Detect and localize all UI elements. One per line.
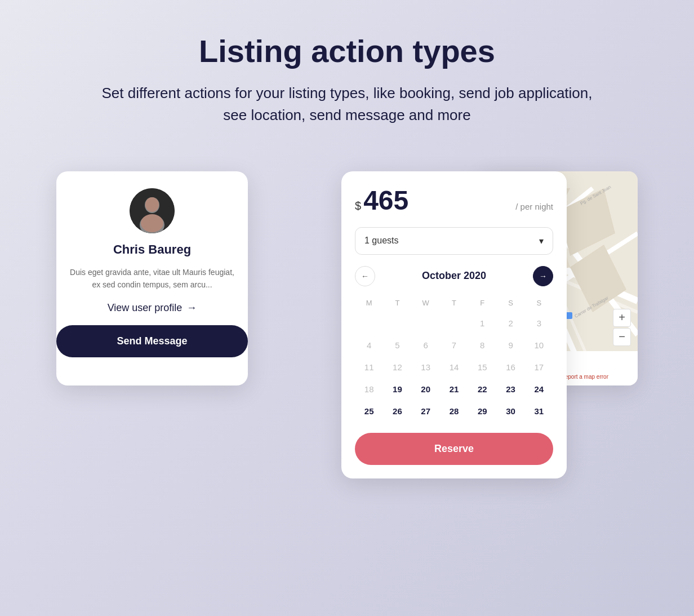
cal-day-30[interactable]: 30 xyxy=(496,402,524,420)
day-header-sun: S xyxy=(525,295,553,311)
cal-day-16[interactable]: 16 xyxy=(496,358,524,376)
cal-day-24[interactable]: 24 xyxy=(525,380,553,398)
cal-day-28[interactable]: 28 xyxy=(440,402,468,420)
prev-month-button[interactable]: ← xyxy=(355,266,375,286)
send-message-button[interactable]: Send Message xyxy=(56,325,248,357)
user-profile-card: Chris Baureg Duis eget gravida ante, vit… xyxy=(56,171,248,385)
view-user-profile-link[interactable]: View user profile → xyxy=(70,302,234,314)
cal-day-empty xyxy=(355,314,383,333)
avatar xyxy=(130,188,175,233)
cal-day-15[interactable]: 15 xyxy=(468,358,496,376)
user-bio: Duis eget gravida ante, vitae ult Mauris… xyxy=(70,266,234,291)
hero-section: Listing action types Set different actio… xyxy=(0,0,694,149)
cal-day-21[interactable]: 21 xyxy=(440,380,468,398)
calendar-week-4: 18 19 20 21 22 23 24 xyxy=(355,380,553,398)
svg-point-3 xyxy=(145,197,159,212)
cal-day-22[interactable]: 22 xyxy=(468,380,496,398)
cal-day-27[interactable]: 27 xyxy=(412,402,440,420)
calendar: ← October 2020 → M T W T F S S xyxy=(355,266,553,420)
cal-day-17[interactable]: 17 xyxy=(525,358,553,376)
day-header-mon: M xyxy=(355,295,383,311)
page-subtitle: Set different actions for your listing t… xyxy=(94,82,600,126)
cal-day-10[interactable]: 10 xyxy=(525,336,553,354)
next-month-button[interactable]: → xyxy=(533,266,553,286)
cal-day-31[interactable]: 31 xyxy=(525,402,553,420)
cal-day-14[interactable]: 14 xyxy=(440,358,468,376)
zoom-out-button[interactable]: − xyxy=(613,328,631,346)
cal-day-3[interactable]: 3 xyxy=(525,314,553,333)
arrow-right-icon: → xyxy=(186,302,197,314)
user-name: Chris Baureg xyxy=(70,242,234,257)
guests-label: 1 guests xyxy=(364,236,398,246)
day-header-sat: S xyxy=(496,295,524,311)
cal-day-empty xyxy=(440,314,468,333)
cal-day-11[interactable]: 11 xyxy=(355,358,383,376)
report-error-link[interactable]: Report a map error xyxy=(560,374,608,380)
calendar-header: ← October 2020 → xyxy=(355,266,553,286)
cal-day-26[interactable]: 26 xyxy=(383,402,411,420)
svg-point-4 xyxy=(141,214,163,232)
calendar-month-label: October 2020 xyxy=(422,270,486,282)
day-header-thu: T xyxy=(440,295,468,311)
currency-symbol: $ xyxy=(355,200,361,212)
cal-day-1[interactable]: 1 xyxy=(468,314,496,333)
booking-card: $ 465 / per night 1 guests ▾ ← October 2… xyxy=(341,171,567,478)
cal-day-2[interactable]: 2 xyxy=(496,314,524,333)
map-controls: + − xyxy=(613,309,631,346)
cal-day-13[interactable]: 13 xyxy=(412,358,440,376)
reserve-button[interactable]: Reserve xyxy=(355,433,553,465)
cal-day-12[interactable]: 12 xyxy=(383,358,411,376)
cal-day-23[interactable]: 23 xyxy=(496,380,524,398)
calendar-day-headers: M T W T F S S xyxy=(355,295,553,311)
view-profile-label: View user profile xyxy=(108,302,183,314)
guests-selector[interactable]: 1 guests ▾ xyxy=(355,227,553,255)
cal-day-8[interactable]: 8 xyxy=(468,336,496,354)
calendar-week-1: 1 2 3 xyxy=(355,314,553,333)
cal-day-25[interactable]: 25 xyxy=(355,402,383,420)
zoom-in-button[interactable]: + xyxy=(613,309,631,327)
calendar-grid: M T W T F S S 1 2 3 xyxy=(355,295,553,420)
cal-day-9[interactable]: 9 xyxy=(496,336,524,354)
cal-day-5[interactable]: 5 xyxy=(383,336,411,354)
day-header-wed: W xyxy=(412,295,440,311)
price-display: $ 465 xyxy=(355,185,408,216)
cal-day-18[interactable]: 18 xyxy=(355,380,383,398)
day-header-tue: T xyxy=(383,295,411,311)
price-period: / per night xyxy=(515,202,553,211)
cal-day-7[interactable]: 7 xyxy=(440,336,468,354)
chevron-down-icon: ▾ xyxy=(539,236,544,246)
calendar-week-2: 4 5 6 7 8 9 10 xyxy=(355,336,553,354)
cal-day-29[interactable]: 29 xyxy=(468,402,496,420)
cal-day-19[interactable]: 19 xyxy=(383,380,411,398)
price-row: $ 465 / per night xyxy=(355,185,553,216)
cal-day-4[interactable]: 4 xyxy=(355,336,383,354)
day-header-fri: F xyxy=(468,295,496,311)
cal-day-empty xyxy=(412,314,440,333)
cal-day-empty xyxy=(383,314,411,333)
cards-container: Chris Baureg Duis eget gravida ante, vit… xyxy=(0,149,694,478)
calendar-week-3: 11 12 13 14 15 16 17 xyxy=(355,358,553,376)
cal-day-20[interactable]: 20 xyxy=(412,380,440,398)
price-amount: 465 xyxy=(363,185,408,216)
calendar-week-5: 25 26 27 28 29 30 31 xyxy=(355,402,553,420)
cal-day-6[interactable]: 6 xyxy=(412,336,440,354)
page-title: Listing action types xyxy=(56,34,638,69)
